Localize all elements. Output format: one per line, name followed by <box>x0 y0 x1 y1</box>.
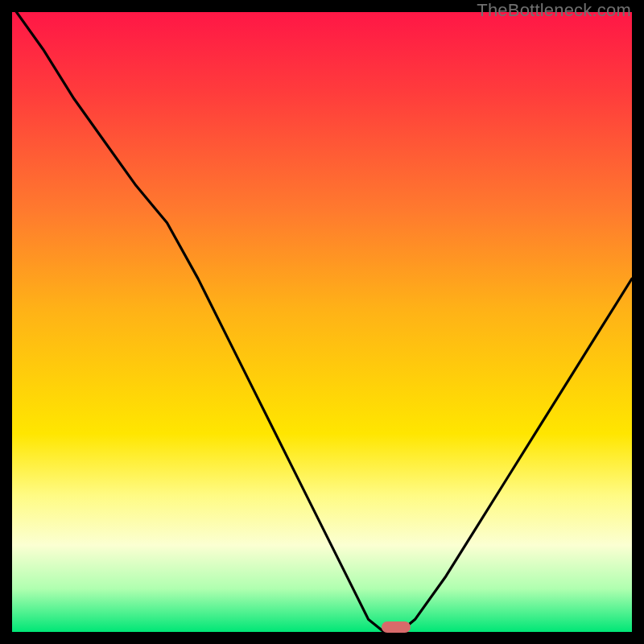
watermark-text: TheBottleneck.com <box>477 0 631 21</box>
chart-stage: TheBottleneck.com <box>0 0 644 644</box>
plot-area <box>12 12 632 632</box>
curve-path <box>12 12 632 632</box>
optimal-marker <box>382 621 411 633</box>
bottleneck-curve <box>12 12 632 632</box>
